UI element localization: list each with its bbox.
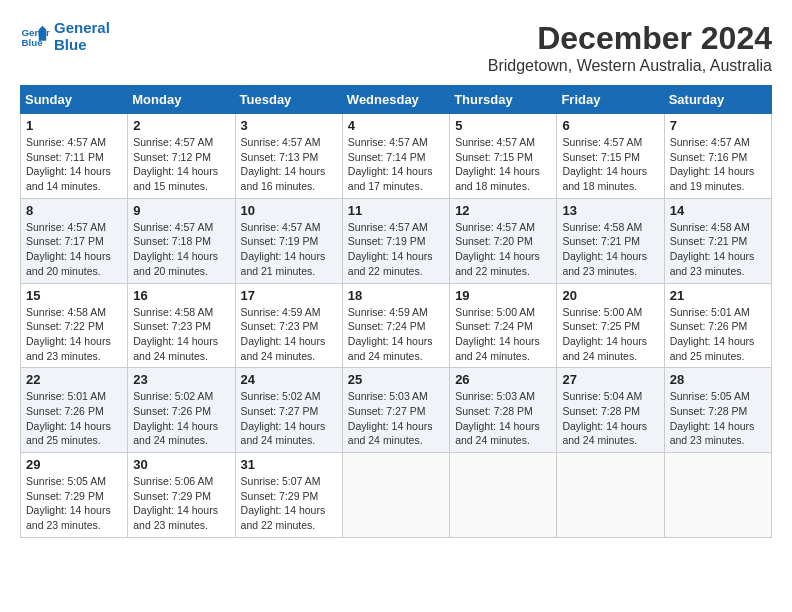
day-info: Sunrise: 4:58 AMSunset: 7:21 PMDaylight:… [562, 220, 658, 279]
day-number: 23 [133, 372, 229, 387]
day-number: 18 [348, 288, 444, 303]
column-header-saturday: Saturday [664, 86, 771, 114]
logo-line1: General [54, 20, 110, 37]
day-info: Sunrise: 5:01 AMSunset: 7:26 PMDaylight:… [26, 389, 122, 448]
day-number: 30 [133, 457, 229, 472]
day-number: 11 [348, 203, 444, 218]
day-info: Sunrise: 4:58 AMSunset: 7:22 PMDaylight:… [26, 305, 122, 364]
calendar-cell: 12Sunrise: 4:57 AMSunset: 7:20 PMDayligh… [450, 198, 557, 283]
calendar-cell: 24Sunrise: 5:02 AMSunset: 7:27 PMDayligh… [235, 368, 342, 453]
day-info: Sunrise: 4:57 AMSunset: 7:17 PMDaylight:… [26, 220, 122, 279]
calendar-cell: 22Sunrise: 5:01 AMSunset: 7:26 PMDayligh… [21, 368, 128, 453]
day-number: 6 [562, 118, 658, 133]
calendar-cell: 3Sunrise: 4:57 AMSunset: 7:13 PMDaylight… [235, 114, 342, 199]
day-info: Sunrise: 4:57 AMSunset: 7:13 PMDaylight:… [241, 135, 337, 194]
calendar-cell: 27Sunrise: 5:04 AMSunset: 7:28 PMDayligh… [557, 368, 664, 453]
day-info: Sunrise: 4:57 AMSunset: 7:19 PMDaylight:… [241, 220, 337, 279]
logo: General Blue General Blue [20, 20, 110, 53]
calendar-cell: 29Sunrise: 5:05 AMSunset: 7:29 PMDayligh… [21, 453, 128, 538]
calendar-cell: 11Sunrise: 4:57 AMSunset: 7:19 PMDayligh… [342, 198, 449, 283]
day-number: 7 [670, 118, 766, 133]
day-number: 3 [241, 118, 337, 133]
calendar-cell [342, 453, 449, 538]
calendar-cell: 26Sunrise: 5:03 AMSunset: 7:28 PMDayligh… [450, 368, 557, 453]
calendar-cell: 8Sunrise: 4:57 AMSunset: 7:17 PMDaylight… [21, 198, 128, 283]
calendar-cell: 31Sunrise: 5:07 AMSunset: 7:29 PMDayligh… [235, 453, 342, 538]
day-info: Sunrise: 4:57 AMSunset: 7:15 PMDaylight:… [562, 135, 658, 194]
calendar-cell: 2Sunrise: 4:57 AMSunset: 7:12 PMDaylight… [128, 114, 235, 199]
day-info: Sunrise: 5:02 AMSunset: 7:27 PMDaylight:… [241, 389, 337, 448]
calendar-cell: 15Sunrise: 4:58 AMSunset: 7:22 PMDayligh… [21, 283, 128, 368]
day-number: 9 [133, 203, 229, 218]
day-info: Sunrise: 4:57 AMSunset: 7:18 PMDaylight:… [133, 220, 229, 279]
page-header: General Blue General Blue December 2024 … [20, 20, 772, 75]
day-info: Sunrise: 4:57 AMSunset: 7:14 PMDaylight:… [348, 135, 444, 194]
day-info: Sunrise: 4:57 AMSunset: 7:11 PMDaylight:… [26, 135, 122, 194]
calendar-cell: 7Sunrise: 4:57 AMSunset: 7:16 PMDaylight… [664, 114, 771, 199]
day-info: Sunrise: 4:57 AMSunset: 7:20 PMDaylight:… [455, 220, 551, 279]
calendar-table: SundayMondayTuesdayWednesdayThursdayFrid… [20, 85, 772, 538]
column-header-thursday: Thursday [450, 86, 557, 114]
day-number: 5 [455, 118, 551, 133]
day-info: Sunrise: 4:57 AMSunset: 7:16 PMDaylight:… [670, 135, 766, 194]
calendar-cell: 14Sunrise: 4:58 AMSunset: 7:21 PMDayligh… [664, 198, 771, 283]
day-info: Sunrise: 5:05 AMSunset: 7:28 PMDaylight:… [670, 389, 766, 448]
logo-line2: Blue [54, 37, 110, 54]
logo-icon: General Blue [20, 22, 50, 52]
day-number: 14 [670, 203, 766, 218]
calendar-cell: 5Sunrise: 4:57 AMSunset: 7:15 PMDaylight… [450, 114, 557, 199]
day-info: Sunrise: 4:57 AMSunset: 7:19 PMDaylight:… [348, 220, 444, 279]
day-number: 13 [562, 203, 658, 218]
calendar-cell: 25Sunrise: 5:03 AMSunset: 7:27 PMDayligh… [342, 368, 449, 453]
day-number: 22 [26, 372, 122, 387]
day-number: 16 [133, 288, 229, 303]
day-number: 29 [26, 457, 122, 472]
day-info: Sunrise: 5:00 AMSunset: 7:24 PMDaylight:… [455, 305, 551, 364]
day-info: Sunrise: 5:05 AMSunset: 7:29 PMDaylight:… [26, 474, 122, 533]
day-info: Sunrise: 4:59 AMSunset: 7:23 PMDaylight:… [241, 305, 337, 364]
calendar-cell: 16Sunrise: 4:58 AMSunset: 7:23 PMDayligh… [128, 283, 235, 368]
day-info: Sunrise: 5:03 AMSunset: 7:27 PMDaylight:… [348, 389, 444, 448]
day-number: 15 [26, 288, 122, 303]
day-number: 17 [241, 288, 337, 303]
day-number: 20 [562, 288, 658, 303]
calendar-cell: 1Sunrise: 4:57 AMSunset: 7:11 PMDaylight… [21, 114, 128, 199]
calendar-cell: 9Sunrise: 4:57 AMSunset: 7:18 PMDaylight… [128, 198, 235, 283]
calendar-cell [450, 453, 557, 538]
day-info: Sunrise: 4:59 AMSunset: 7:24 PMDaylight:… [348, 305, 444, 364]
day-info: Sunrise: 5:06 AMSunset: 7:29 PMDaylight:… [133, 474, 229, 533]
calendar-cell: 6Sunrise: 4:57 AMSunset: 7:15 PMDaylight… [557, 114, 664, 199]
day-number: 25 [348, 372, 444, 387]
calendar-cell: 21Sunrise: 5:01 AMSunset: 7:26 PMDayligh… [664, 283, 771, 368]
day-number: 27 [562, 372, 658, 387]
title-block: December 2024 Bridgetown, Western Austra… [488, 20, 772, 75]
day-number: 19 [455, 288, 551, 303]
calendar-cell: 19Sunrise: 5:00 AMSunset: 7:24 PMDayligh… [450, 283, 557, 368]
day-info: Sunrise: 4:58 AMSunset: 7:21 PMDaylight:… [670, 220, 766, 279]
calendar-cell: 30Sunrise: 5:06 AMSunset: 7:29 PMDayligh… [128, 453, 235, 538]
calendar-cell [557, 453, 664, 538]
column-header-sunday: Sunday [21, 86, 128, 114]
day-number: 4 [348, 118, 444, 133]
day-number: 10 [241, 203, 337, 218]
day-info: Sunrise: 4:58 AMSunset: 7:23 PMDaylight:… [133, 305, 229, 364]
month-title: December 2024 [488, 20, 772, 57]
column-header-friday: Friday [557, 86, 664, 114]
subtitle: Bridgetown, Western Australia, Australia [488, 57, 772, 75]
day-number: 26 [455, 372, 551, 387]
column-header-monday: Monday [128, 86, 235, 114]
day-info: Sunrise: 5:00 AMSunset: 7:25 PMDaylight:… [562, 305, 658, 364]
day-number: 12 [455, 203, 551, 218]
column-header-wednesday: Wednesday [342, 86, 449, 114]
day-info: Sunrise: 4:57 AMSunset: 7:15 PMDaylight:… [455, 135, 551, 194]
day-info: Sunrise: 5:04 AMSunset: 7:28 PMDaylight:… [562, 389, 658, 448]
calendar-cell: 28Sunrise: 5:05 AMSunset: 7:28 PMDayligh… [664, 368, 771, 453]
day-info: Sunrise: 4:57 AMSunset: 7:12 PMDaylight:… [133, 135, 229, 194]
column-header-tuesday: Tuesday [235, 86, 342, 114]
calendar-cell: 18Sunrise: 4:59 AMSunset: 7:24 PMDayligh… [342, 283, 449, 368]
day-info: Sunrise: 5:03 AMSunset: 7:28 PMDaylight:… [455, 389, 551, 448]
day-info: Sunrise: 5:07 AMSunset: 7:29 PMDaylight:… [241, 474, 337, 533]
day-number: 1 [26, 118, 122, 133]
day-number: 31 [241, 457, 337, 472]
calendar-cell: 4Sunrise: 4:57 AMSunset: 7:14 PMDaylight… [342, 114, 449, 199]
